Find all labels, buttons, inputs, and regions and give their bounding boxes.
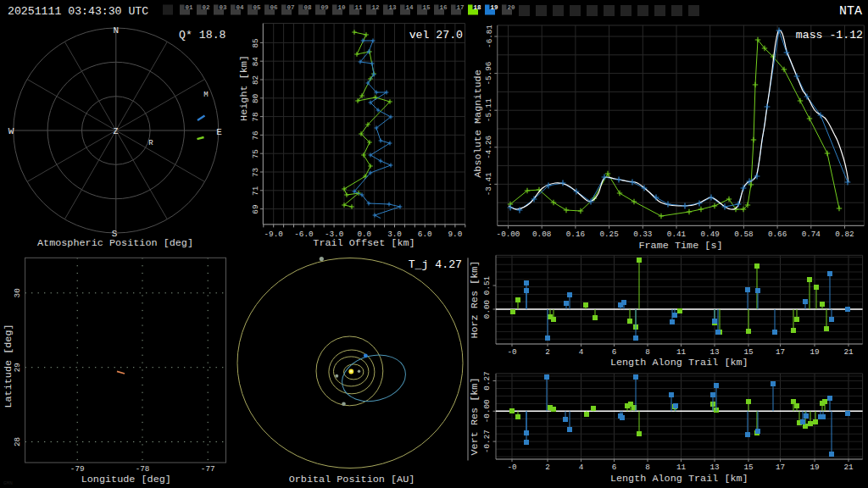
svg-text:69: 69 — [251, 205, 260, 214]
svg-text:Vert Res [km]: Vert Res [km] — [469, 377, 481, 455]
svg-text:11: 11 — [676, 463, 687, 472]
svg-text:-9.0: -9.0 — [264, 230, 283, 239]
svg-text:29: 29 — [13, 363, 22, 372]
svg-text:6: 6 — [612, 347, 617, 357]
svg-text:02: 02 — [202, 4, 210, 11]
svg-text:6.0: 6.0 — [418, 230, 432, 239]
svg-text:85: 85 — [251, 38, 260, 47]
svg-text:2: 2 — [545, 347, 550, 357]
svg-text:-4.26: -4.26 — [485, 136, 494, 159]
svg-text:E: E — [216, 127, 222, 137]
svg-text:0.25: 0.25 — [599, 230, 618, 239]
svg-text:15: 15 — [743, 463, 753, 472]
svg-text:0.66: 0.66 — [768, 230, 787, 239]
svg-text:0.08: 0.08 — [532, 230, 551, 239]
svg-text:Longitude [deg]: Longitude [deg] — [81, 474, 171, 485]
svg-text:Length Along Trail [km]: Length Along Trail [km] — [610, 473, 748, 485]
svg-text:13: 13 — [709, 347, 719, 357]
svg-text:0.58: 0.58 — [734, 230, 753, 239]
svg-text:-78: -78 — [136, 464, 150, 474]
svg-text:0.16: 0.16 — [566, 230, 585, 239]
svg-text:-77: -77 — [201, 464, 215, 474]
svg-text:71: 71 — [251, 186, 260, 196]
svg-text:09: 09 — [320, 4, 329, 11]
svg-text:4: 4 — [579, 463, 584, 472]
svg-text:19: 19 — [810, 347, 819, 357]
svg-text:-0: -0 — [507, 347, 516, 357]
svg-text:-6.0: -6.0 — [294, 230, 313, 239]
svg-text:0.41: 0.41 — [667, 230, 687, 239]
svg-text:17: 17 — [456, 4, 464, 11]
svg-text:-0.00: -0.00 — [482, 399, 492, 423]
svg-text:-0.00: -0.00 — [497, 230, 520, 239]
svg-text:11: 11 — [354, 4, 363, 11]
svg-text:Frame Time [s]: Frame Time [s] — [638, 240, 722, 252]
svg-text:W: W — [8, 126, 14, 136]
svg-text:80: 80 — [251, 94, 260, 103]
svg-text:16: 16 — [439, 4, 448, 11]
svg-text:0.51: 0.51 — [482, 275, 492, 295]
svg-text:Orbital Position [AU]: Orbital Position [AU] — [289, 474, 415, 485]
svg-text:-0: -0 — [507, 463, 516, 472]
svg-text:75: 75 — [251, 149, 260, 158]
svg-text:vel 27.0: vel 27.0 — [409, 29, 463, 42]
svg-text:0.27: 0.27 — [482, 371, 492, 390]
svg-text:13: 13 — [709, 463, 719, 472]
svg-text:11: 11 — [676, 347, 687, 357]
svg-text:05: 05 — [253, 4, 261, 11]
svg-text:-6.81: -6.81 — [485, 25, 494, 48]
svg-text:GMN: GMN — [3, 480, 13, 486]
svg-text:8: 8 — [645, 347, 650, 357]
svg-text:-0.27: -0.27 — [482, 430, 492, 453]
svg-text:Height [km]: Height [km] — [238, 55, 250, 121]
svg-text:14: 14 — [405, 4, 414, 11]
svg-text:19: 19 — [810, 463, 819, 472]
svg-text:0.74: 0.74 — [802, 230, 821, 239]
svg-text:8: 8 — [645, 463, 650, 472]
svg-text:10: 10 — [337, 4, 346, 11]
svg-text:17: 17 — [776, 347, 785, 357]
svg-text:13: 13 — [388, 4, 397, 11]
svg-text:84: 84 — [251, 57, 260, 67]
svg-text:0.00: 0.00 — [482, 300, 492, 319]
svg-text:17: 17 — [776, 463, 785, 472]
svg-text:Z: Z — [113, 127, 118, 136]
svg-text:21: 21 — [843, 347, 854, 357]
svg-text:-5.96: -5.96 — [485, 62, 494, 86]
svg-text:0.49: 0.49 — [701, 230, 720, 239]
svg-text:R: R — [148, 139, 153, 147]
svg-text:06: 06 — [270, 4, 278, 11]
svg-text:Absolute Magnitude: Absolute Magnitude — [472, 69, 484, 177]
svg-text:78: 78 — [251, 113, 260, 122]
svg-text:-3.41: -3.41 — [485, 172, 494, 196]
svg-text:4: 4 — [579, 347, 584, 357]
svg-text:19: 19 — [490, 4, 498, 11]
svg-text:Length Along Trail [km]: Length Along Trail [km] — [610, 357, 748, 369]
svg-text:9.0: 9.0 — [448, 230, 463, 239]
svg-text:20251111 03:43:30 UTC: 20251111 03:43:30 UTC — [8, 5, 148, 18]
svg-text:82: 82 — [251, 75, 260, 85]
svg-text:28: 28 — [13, 437, 22, 446]
svg-text:18: 18 — [473, 4, 481, 11]
svg-text:M: M — [203, 91, 208, 99]
svg-text:Atmospheric Position [deg]: Atmospheric Position [deg] — [37, 237, 193, 249]
svg-text:Trail Offset [km]: Trail Offset [km] — [313, 237, 415, 249]
svg-text:76: 76 — [251, 130, 260, 140]
svg-text:15: 15 — [743, 347, 753, 357]
svg-text:Latitude [deg]: Latitude [deg] — [3, 324, 14, 408]
svg-text:21: 21 — [843, 463, 854, 472]
svg-text:NTA: NTA — [839, 4, 862, 19]
svg-text:0.33: 0.33 — [633, 230, 652, 239]
svg-text:-79: -79 — [70, 464, 85, 474]
svg-text:04: 04 — [236, 4, 244, 11]
svg-text:6: 6 — [612, 463, 617, 472]
svg-text:Q* 18.8: Q* 18.8 — [179, 29, 225, 42]
svg-text:20: 20 — [507, 4, 515, 11]
svg-text:mass -1.12: mass -1.12 — [796, 29, 863, 42]
svg-text:01: 01 — [185, 4, 193, 11]
svg-text:03: 03 — [219, 4, 227, 11]
svg-text:12: 12 — [371, 4, 380, 11]
svg-text:T_j 4.27: T_j 4.27 — [409, 258, 462, 271]
svg-text:07: 07 — [287, 4, 294, 11]
svg-text:0.82: 0.82 — [835, 230, 854, 239]
